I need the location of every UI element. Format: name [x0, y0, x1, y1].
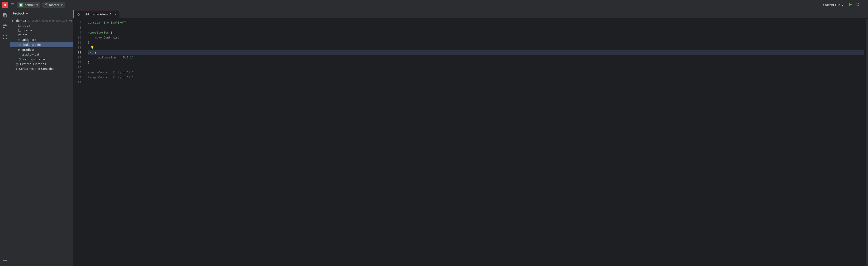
svg-point-23 [20, 44, 21, 45]
tree-label-scratches: Scratches and Consoles [19, 67, 54, 71]
tab-build-gradle[interactable]: build.gradle (demo3) × [73, 10, 120, 18]
line-num-17: 17 [75, 70, 81, 75]
svg-point-20 [4, 260, 6, 261]
app-logo[interactable]: IJ [2, 2, 8, 8]
logo-icon: IJ [3, 3, 7, 7]
code-token: = [123, 75, 127, 80]
left-icon-bar [0, 10, 10, 266]
more-options-button[interactable]: ⋮ [862, 2, 866, 7]
current-file-label: Current File [823, 3, 840, 6]
line-num-11: 11 [75, 40, 81, 45]
code-line-16 [88, 65, 864, 70]
library-icon [16, 62, 19, 66]
git-branch-icon [44, 3, 48, 7]
tree-item-src[interactable]: › src [10, 33, 73, 37]
debug-button[interactable] [855, 2, 860, 7]
tree-item-scratches[interactable]: › ≡ Scratches and Consoles [10, 66, 73, 71]
code-editor[interactable]: 7 8 9 10 11 12 13 14 15 16 17 18 19 vers… [73, 19, 868, 266]
code-line-12: 💡 [88, 45, 864, 50]
sidebar-plugins-button[interactable] [1, 257, 8, 264]
line-numbers-gutter: 7 8 9 10 11 12 13 14 15 16 17 18 19 [73, 19, 84, 266]
sidebar-files-button[interactable] [1, 12, 8, 19]
chevron-right-icon: › [12, 63, 14, 65]
code-token: mavenCentral() [88, 35, 119, 40]
code-line-8 [88, 25, 864, 30]
code-line-19 [88, 80, 864, 85]
tree-item-gitignore[interactable]: › ⊘ .gitignore [10, 37, 73, 42]
line-num-10: 10 [75, 35, 81, 40]
code-line-7: version '1.0-SNAPSHOT' [88, 20, 864, 25]
file-tree: ▼ demo3 C:\Users\chugu\IdeaProjects\demo… [10, 17, 73, 266]
code-line-18: targetCompatibility = '11' [88, 75, 864, 80]
exec-file-icon: ▤ [18, 48, 21, 51]
toolbar-right: Current File ∨ ⋮ [822, 2, 866, 8]
tab-close-button[interactable]: × [114, 13, 116, 16]
chevron-right-icon: › [14, 24, 17, 27]
bulb-icon[interactable]: 💡 [90, 45, 94, 50]
structure-icon [3, 35, 7, 39]
files-icon [3, 13, 7, 18]
branch-selector[interactable]: master ∨ [42, 2, 65, 8]
code-content[interactable]: version '1.0-SNAPSHOT' repositories { ma… [84, 19, 868, 266]
project-icon: D [19, 3, 23, 7]
hamburger-menu-button[interactable]: ☰ [10, 2, 15, 8]
code-line-11: } [88, 40, 864, 45]
gradle-tab-icon [77, 13, 80, 16]
code-token: '1.0-SNAPSHOT' [102, 20, 126, 25]
sidebar-structure-button[interactable] [1, 33, 8, 41]
current-file-selector[interactable]: Current File ∨ [822, 2, 845, 7]
editor-area: build.gradle (demo3) × 7 8 9 10 11 12 13… [73, 10, 868, 266]
code-token: } [88, 40, 90, 45]
code-token: sourceCompatibility [88, 70, 123, 75]
tree-item-idea[interactable]: › .idea [10, 23, 73, 28]
project-chevron-icon: ∨ [36, 3, 38, 6]
code-token: '11' [127, 75, 133, 80]
svg-point-14 [3, 35, 4, 36]
sidebar-chevron-icon: ∨ [26, 12, 28, 15]
tree-item-demo3-root[interactable]: ▼ demo3 C:\Users\chugu\IdeaProjects\demo… [10, 18, 73, 23]
tree-item-build-gradle[interactable]: › build.gradle [10, 42, 73, 47]
line-num-7: 7 [75, 20, 81, 25]
run-icon [848, 2, 852, 7]
code-line-14: junitVersion = '5.9.2' [88, 55, 864, 60]
folder-icon [18, 24, 21, 27]
tree-item-gradle-dir[interactable]: › gradle [10, 28, 73, 33]
tree-label-gradle-dir: gradle [23, 29, 32, 32]
tree-label-settings-gradle: settings.gradle [23, 57, 45, 61]
chevron-right-icon: › [14, 29, 17, 31]
code-line-10: mavenCentral() [88, 35, 864, 40]
tree-item-gradlew-bat[interactable]: › ≡ gradlew.bat [10, 52, 73, 57]
plugins-icon [3, 258, 7, 263]
chevron-down-icon: ▼ [12, 20, 13, 22]
hamburger-icon: ☰ [11, 3, 14, 7]
tree-label-src: src [23, 33, 27, 37]
tree-item-gradlew[interactable]: › ▤ gradlew [10, 47, 73, 52]
scrollbar[interactable] [866, 19, 868, 266]
gradle-settings-icon [18, 57, 22, 61]
project-selector[interactable]: D demo3 ∨ [17, 2, 40, 8]
folder-icon [18, 33, 21, 37]
line-num-9: 9 [75, 30, 81, 35]
svg-point-25 [19, 59, 20, 59]
branch-name-label: master [49, 3, 59, 6]
tree-label-gradlew: gradlew [22, 48, 34, 51]
tree-label-build-gradle: build.gradle [23, 43, 41, 47]
line-num-14: 14 [75, 55, 81, 60]
gradle-file-icon [18, 43, 22, 47]
svg-point-13 [3, 27, 4, 28]
run-button[interactable] [848, 2, 852, 8]
line-num-19: 19 [75, 80, 81, 85]
svg-point-7 [857, 4, 857, 4]
tree-item-settings-gradle[interactable]: › settings.gradle [10, 57, 73, 62]
bat-file-icon: ≡ [18, 53, 20, 56]
tree-label-gitignore: .gitignore [22, 38, 36, 42]
tree-item-external-libraries[interactable]: › External Libraries [10, 62, 73, 66]
line-num-13: 13 [75, 50, 81, 55]
sidebar-git-button[interactable] [1, 23, 8, 30]
svg-point-31 [79, 14, 79, 14]
gitignore-icon: ⊘ [18, 38, 21, 42]
chevron-right-icon: › [12, 68, 14, 70]
svg-point-17 [6, 38, 7, 39]
code-line-15: } [88, 60, 864, 65]
code-token: targetCompatibility [88, 75, 123, 80]
